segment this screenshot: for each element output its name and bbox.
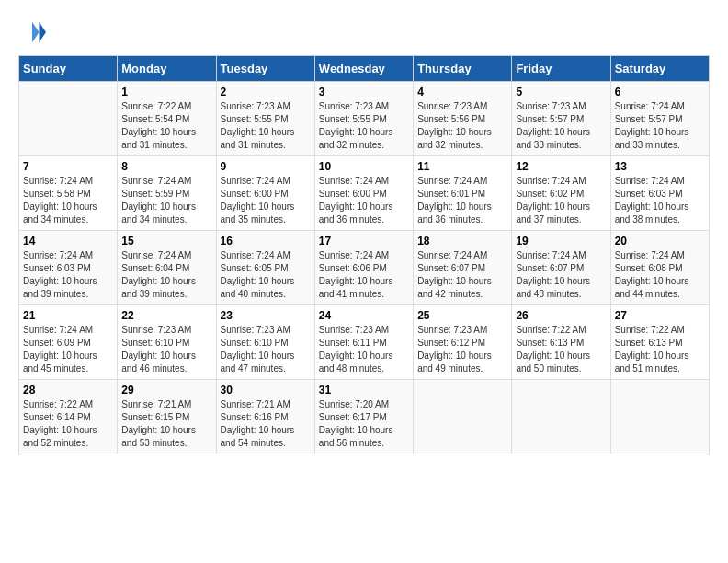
day-info: Sunrise: 7:24 AMSunset: 6:01 PMDaylight:… <box>417 175 507 226</box>
day-number: 10 <box>319 160 409 173</box>
day-number: 2 <box>221 86 311 98</box>
week-row-2: 14Sunrise: 7:24 AMSunset: 6:03 PMDayligh… <box>19 231 710 305</box>
day-number: 24 <box>319 309 409 322</box>
day-info: Sunrise: 7:22 AMSunset: 6:13 PMDaylight:… <box>615 324 705 375</box>
calendar-cell: 30Sunrise: 7:21 AMSunset: 6:16 PMDayligh… <box>216 380 314 454</box>
day-number: 14 <box>23 235 113 247</box>
day-number: 12 <box>516 160 606 173</box>
day-info: Sunrise: 7:23 AMSunset: 6:10 PMDaylight:… <box>121 324 211 375</box>
calendar-cell: 12Sunrise: 7:24 AMSunset: 6:02 PMDayligh… <box>512 156 610 231</box>
calendar-cell: 8Sunrise: 7:24 AMSunset: 5:59 PMDaylight… <box>118 156 216 231</box>
calendar-cell: 27Sunrise: 7:22 AMSunset: 6:13 PMDayligh… <box>610 305 709 380</box>
day-info: Sunrise: 7:23 AMSunset: 6:12 PMDaylight:… <box>417 324 507 375</box>
calendar-cell: 24Sunrise: 7:23 AMSunset: 6:11 PMDayligh… <box>314 305 413 380</box>
day-number: 18 <box>417 235 507 247</box>
day-info: Sunrise: 7:24 AMSunset: 5:59 PMDaylight:… <box>121 175 211 226</box>
calendar-cell: 29Sunrise: 7:21 AMSunset: 6:15 PMDayligh… <box>118 380 216 454</box>
header-cell-tuesday: Tuesday <box>216 56 314 82</box>
header-cell-thursday: Thursday <box>414 56 512 82</box>
day-number: 31 <box>319 384 409 396</box>
header-cell-wednesday: Wednesday <box>314 56 413 82</box>
day-number: 19 <box>516 235 606 247</box>
day-number: 30 <box>221 384 311 396</box>
day-info: Sunrise: 7:24 AMSunset: 6:07 PMDaylight:… <box>417 249 507 301</box>
day-info: Sunrise: 7:22 AMSunset: 6:13 PMDaylight:… <box>516 324 606 375</box>
calendar-cell: 3Sunrise: 7:23 AMSunset: 5:55 PMDaylight… <box>314 82 413 156</box>
day-number: 26 <box>516 309 606 322</box>
day-info: Sunrise: 7:24 AMSunset: 6:03 PMDaylight:… <box>23 249 113 301</box>
calendar-cell: 20Sunrise: 7:24 AMSunset: 6:08 PMDayligh… <box>610 231 709 305</box>
day-number: 20 <box>615 235 705 247</box>
day-info: Sunrise: 7:24 AMSunset: 5:57 PMDaylight:… <box>615 100 705 152</box>
header-cell-monday: Monday <box>118 56 216 82</box>
svg-marker-0 <box>40 22 47 43</box>
calendar-cell: 1Sunrise: 7:22 AMSunset: 5:54 PMDaylight… <box>118 82 216 156</box>
header-row: SundayMondayTuesdayWednesdayThursdayFrid… <box>19 56 710 82</box>
day-info: Sunrise: 7:23 AMSunset: 5:57 PMDaylight:… <box>516 100 606 152</box>
day-number: 11 <box>417 160 507 173</box>
calendar-cell: 7Sunrise: 7:24 AMSunset: 5:58 PMDaylight… <box>19 156 118 231</box>
logo-icon <box>18 18 46 46</box>
calendar-cell: 2Sunrise: 7:23 AMSunset: 5:55 PMDaylight… <box>216 82 314 156</box>
calendar-table: SundayMondayTuesdayWednesdayThursdayFrid… <box>18 55 710 454</box>
calendar-body: 1Sunrise: 7:22 AMSunset: 5:54 PMDaylight… <box>19 82 710 454</box>
day-number: 7 <box>23 160 113 173</box>
calendar-cell: 28Sunrise: 7:22 AMSunset: 6:14 PMDayligh… <box>19 380 118 454</box>
day-info: Sunrise: 7:24 AMSunset: 5:58 PMDaylight:… <box>23 175 113 226</box>
calendar-cell <box>610 380 709 454</box>
day-number: 8 <box>121 160 211 173</box>
day-info: Sunrise: 7:24 AMSunset: 6:00 PMDaylight:… <box>221 175 311 226</box>
day-number: 9 <box>221 160 311 173</box>
calendar-cell: 25Sunrise: 7:23 AMSunset: 6:12 PMDayligh… <box>414 305 512 380</box>
day-info: Sunrise: 7:23 AMSunset: 5:56 PMDaylight:… <box>417 100 507 152</box>
day-info: Sunrise: 7:24 AMSunset: 6:00 PMDaylight:… <box>319 175 409 226</box>
day-number: 29 <box>121 384 211 396</box>
calendar-cell: 21Sunrise: 7:24 AMSunset: 6:09 PMDayligh… <box>19 305 118 380</box>
week-row-0: 1Sunrise: 7:22 AMSunset: 5:54 PMDaylight… <box>19 82 710 156</box>
calendar-cell: 6Sunrise: 7:24 AMSunset: 5:57 PMDaylight… <box>610 82 709 156</box>
header-cell-friday: Friday <box>512 56 610 82</box>
day-number: 21 <box>23 309 113 322</box>
day-number: 16 <box>221 235 311 247</box>
svg-marker-1 <box>32 22 40 43</box>
day-info: Sunrise: 7:24 AMSunset: 6:06 PMDaylight:… <box>319 249 409 301</box>
calendar-cell: 10Sunrise: 7:24 AMSunset: 6:00 PMDayligh… <box>314 156 413 231</box>
day-info: Sunrise: 7:24 AMSunset: 6:05 PMDaylight:… <box>221 249 311 301</box>
day-info: Sunrise: 7:24 AMSunset: 6:04 PMDaylight:… <box>121 249 211 301</box>
logo <box>18 18 48 46</box>
day-info: Sunrise: 7:23 AMSunset: 6:10 PMDaylight:… <box>221 324 311 375</box>
calendar-cell: 26Sunrise: 7:22 AMSunset: 6:13 PMDayligh… <box>512 305 610 380</box>
day-info: Sunrise: 7:20 AMSunset: 6:17 PMDaylight:… <box>319 398 409 450</box>
calendar-cell: 16Sunrise: 7:24 AMSunset: 6:05 PMDayligh… <box>216 231 314 305</box>
day-number: 1 <box>121 86 211 98</box>
day-number: 22 <box>121 309 211 322</box>
day-info: Sunrise: 7:24 AMSunset: 6:02 PMDaylight:… <box>516 175 606 226</box>
page-header <box>18 18 710 46</box>
day-number: 6 <box>615 86 705 98</box>
calendar-cell: 31Sunrise: 7:20 AMSunset: 6:17 PMDayligh… <box>314 380 413 454</box>
calendar-cell: 4Sunrise: 7:23 AMSunset: 5:56 PMDaylight… <box>414 82 512 156</box>
calendar-cell: 5Sunrise: 7:23 AMSunset: 5:57 PMDaylight… <box>512 82 610 156</box>
day-info: Sunrise: 7:22 AMSunset: 6:14 PMDaylight:… <box>23 398 113 450</box>
day-number: 23 <box>221 309 311 322</box>
calendar-cell: 15Sunrise: 7:24 AMSunset: 6:04 PMDayligh… <box>118 231 216 305</box>
day-info: Sunrise: 7:23 AMSunset: 6:11 PMDaylight:… <box>319 324 409 375</box>
day-info: Sunrise: 7:23 AMSunset: 5:55 PMDaylight:… <box>319 100 409 152</box>
header-cell-sunday: Sunday <box>19 56 118 82</box>
day-number: 17 <box>319 235 409 247</box>
day-number: 25 <box>417 309 507 322</box>
day-number: 5 <box>516 86 606 98</box>
week-row-1: 7Sunrise: 7:24 AMSunset: 5:58 PMDaylight… <box>19 156 710 231</box>
calendar-cell: 14Sunrise: 7:24 AMSunset: 6:03 PMDayligh… <box>19 231 118 305</box>
day-number: 3 <box>319 86 409 98</box>
day-info: Sunrise: 7:24 AMSunset: 6:08 PMDaylight:… <box>615 249 705 301</box>
calendar-cell <box>414 380 512 454</box>
calendar-cell <box>512 380 610 454</box>
day-number: 4 <box>417 86 507 98</box>
calendar-cell: 18Sunrise: 7:24 AMSunset: 6:07 PMDayligh… <box>414 231 512 305</box>
calendar-cell: 23Sunrise: 7:23 AMSunset: 6:10 PMDayligh… <box>216 305 314 380</box>
day-info: Sunrise: 7:24 AMSunset: 6:03 PMDaylight:… <box>615 175 705 226</box>
day-info: Sunrise: 7:21 AMSunset: 6:16 PMDaylight:… <box>221 398 311 450</box>
calendar-header: SundayMondayTuesdayWednesdayThursdayFrid… <box>19 56 710 82</box>
day-number: 27 <box>615 309 705 322</box>
